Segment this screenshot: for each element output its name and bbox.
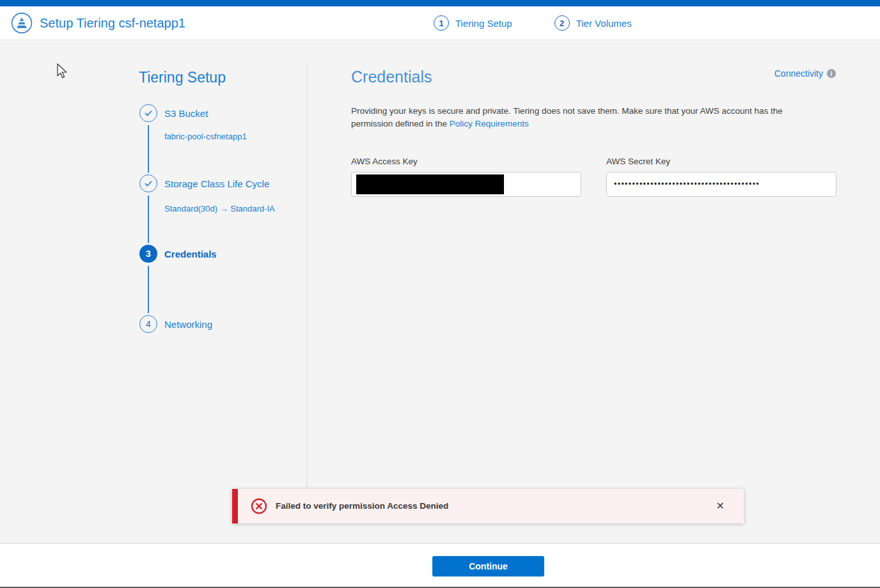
- header: Setup Tiering csf-netapp1 1 Tiering Setu…: [0, 6, 880, 40]
- top-step-tiering-setup[interactable]: 1 Tiering Setup: [434, 15, 512, 31]
- top-step-1-label: Tiering Setup: [455, 18, 512, 29]
- wizard-top-steps: 1 Tiering Setup 2 Tier Volumes: [434, 15, 632, 31]
- error-circle-x-icon: [251, 498, 267, 514]
- wizard-step-networking[interactable]: 4 Networking: [139, 315, 212, 333]
- wizard-step-s3-bucket[interactable]: S3 Bucket: [139, 104, 208, 122]
- wizard-step-label: Credentials: [164, 249, 217, 259]
- step-connector-line: [148, 266, 149, 313]
- content-title: Credentials: [351, 68, 432, 86]
- error-toast: Failed to verify permission Access Denie…: [232, 489, 744, 523]
- wizard-step-storage-class[interactable]: Storage Class Life Cycle: [139, 174, 269, 192]
- wizard-step-credentials[interactable]: 3 Credentials: [139, 245, 217, 263]
- info-icon[interactable]: i: [827, 69, 836, 78]
- redaction-overlay: [356, 174, 504, 194]
- storage-class-selected-value: Standard(30d) → Standard-IA: [164, 204, 275, 213]
- top-step-2-number: 2: [554, 15, 570, 31]
- toast-close-icon[interactable]: ✕: [716, 489, 725, 523]
- secret-key-label: AWS Secret Key: [606, 157, 670, 166]
- mouse-cursor: [55, 63, 69, 80]
- vertical-divider: [306, 61, 307, 488]
- secret-key-input[interactable]: ••••••••••••••••••••••••••••••••••••••••: [606, 172, 837, 197]
- access-key-input[interactable]: [351, 172, 581, 197]
- pending-step-number: 4: [139, 315, 157, 333]
- tiering-pyramid-logo-icon: [11, 12, 33, 34]
- toast-accent-bar: [232, 489, 238, 523]
- access-key-label: AWS Access Key: [351, 157, 418, 166]
- wizard-step-label: S3 Bucket: [164, 108, 208, 119]
- connectivity-link[interactable]: Connectivity: [774, 68, 823, 79]
- setup-tiering-window: Setup Tiering csf-netapp1 1 Tiering Setu…: [0, 0, 880, 588]
- credentials-description: Providing your keys is secure and privat…: [351, 105, 799, 130]
- continue-button[interactable]: Continue: [432, 556, 544, 576]
- s3-bucket-selected-value: fabric-pool-csfnetapp1: [164, 132, 247, 141]
- check-icon: [139, 174, 157, 192]
- wizard-step-label: Networking: [164, 319, 212, 330]
- top-step-tier-volumes[interactable]: 2 Tier Volumes: [554, 15, 632, 31]
- check-icon: [139, 104, 157, 122]
- description-text: Providing your keys is secure and privat…: [351, 106, 783, 128]
- wizard-rail-title: Tiering Setup: [139, 69, 226, 86]
- policy-requirements-link[interactable]: Policy Requirements: [450, 119, 529, 128]
- page-title: Setup Tiering csf-netapp1: [40, 16, 185, 31]
- secret-key-masked-value: ••••••••••••••••••••••••••••••••••••••••: [607, 173, 836, 196]
- toast-message: Failed to verify permission Access Denie…: [276, 489, 448, 523]
- top-step-1-number: 1: [434, 15, 449, 31]
- top-accent-bar: [0, 0, 880, 6]
- active-step-number: 3: [139, 245, 157, 263]
- top-step-2-label: Tier Volumes: [576, 18, 632, 29]
- connectivity-control: Connectivity i: [774, 68, 836, 79]
- wizard-step-label: Storage Class Life Cycle: [164, 178, 269, 189]
- step-connector-line: [148, 196, 149, 243]
- step-connector-line: [148, 125, 149, 173]
- footer: Continue: [0, 543, 880, 587]
